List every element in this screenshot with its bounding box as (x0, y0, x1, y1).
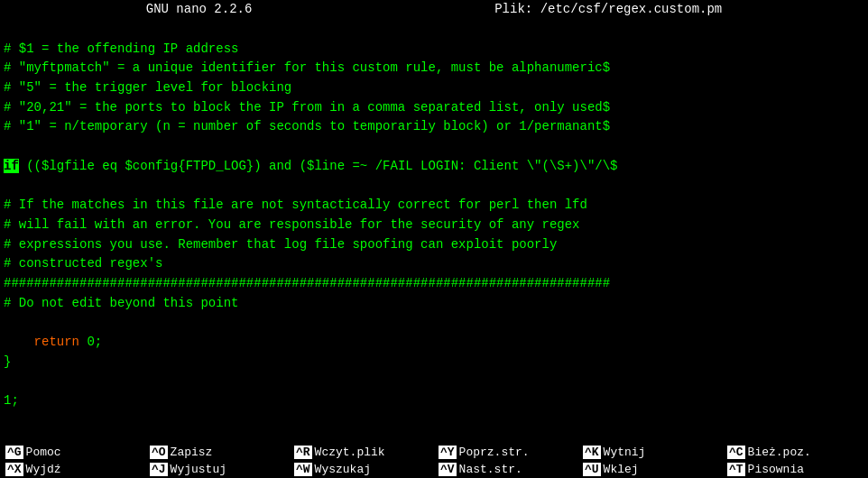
editor-line: # "1" = n/temporary (n = number of secon… (4, 117, 864, 137)
label-search: Wyszukaj (315, 463, 371, 476)
editor-area[interactable]: # $1 = the offending IP address # "myftp… (0, 18, 868, 413)
editor-line: # "myftpmatch" = a unique identifier for… (4, 59, 864, 78)
editor-line: # will fail with an error. You are respo… (4, 216, 864, 235)
label-save: Zapisz (171, 446, 213, 459)
editor-line: return 0; (4, 333, 864, 353)
footer-item-read[interactable]: ^R Wczyt.plik (291, 444, 435, 461)
return-keyword: return (34, 335, 79, 349)
key-paste: ^U (583, 463, 601, 476)
label-cut: Wytnij (604, 446, 646, 459)
label-paste: Wklej (604, 463, 639, 476)
footer-area: ^G Pomoc ^O Zapisz ^R Wczyt.plik ^Y Popr… (0, 444, 868, 478)
file-path: /etc/csf/regex.custom.pm (540, 2, 723, 16)
label-nextpage: Nast.str. (459, 463, 522, 476)
key-nextpage: ^V (439, 463, 457, 476)
label-help: Pomoc (26, 446, 61, 459)
key-curpos: ^C (727, 446, 745, 459)
app-name: GNU nano 2.2.6 (146, 2, 253, 16)
label-prevpage: Poprz.str. (459, 446, 530, 459)
key-search: ^W (294, 463, 312, 476)
footer-item-spell[interactable]: ^T Pisownia (724, 461, 866, 478)
footer-item-save[interactable]: ^O Zapisz (146, 444, 291, 461)
key-cut: ^K (583, 446, 601, 459)
footer-item-search[interactable]: ^W Wyszukaj (291, 461, 435, 478)
editor-line: # constructed regex's (4, 254, 864, 274)
footer-item-exit[interactable]: ^X Wyjdź (2, 461, 146, 478)
editor-line: # expressions you use. Remember that log… (4, 235, 864, 255)
footer-row-1: ^G Pomoc ^O Zapisz ^R Wczyt.plik ^Y Popr… (0, 444, 868, 461)
label-read: Wczyt.plik (315, 446, 385, 459)
footer-item-help[interactable]: ^G Pomoc (2, 444, 146, 461)
editor-line-if: if (($lgfile eq $config{FTPD_LOG}) and (… (4, 157, 864, 177)
file-label: Plik: (494, 2, 532, 16)
label-curpos: Bież.poz. (748, 446, 811, 459)
editor-line (4, 313, 864, 333)
editor-line: # $1 = the offending IP address (4, 40, 864, 60)
label-spell: Pisownia (748, 463, 804, 476)
footer-item-nextpage[interactable]: ^V Nast.str. (435, 461, 579, 478)
footer-item-prevpage[interactable]: ^Y Poprz.str. (435, 444, 579, 461)
footer-item-justify[interactable]: ^J Wyjustuj (146, 461, 291, 478)
if-keyword: if (4, 159, 19, 173)
editor-line (4, 137, 864, 157)
editor-line: # "20,21" = the ports to block the IP fr… (4, 98, 864, 118)
title-bar: GNU nano 2.2.6 Plik: /etc/csf/regex.cust… (0, 0, 868, 18)
label-justify: Wyjustuj (171, 463, 226, 476)
key-prevpage: ^Y (439, 446, 457, 459)
footer-row-2: ^X Wyjdź ^J Wyjustuj ^W Wyszukaj ^V Nast… (0, 461, 868, 478)
key-justify: ^J (150, 463, 168, 476)
key-exit: ^X (5, 463, 23, 476)
editor-line: # Do not edit beyond this point (4, 294, 864, 314)
key-save: ^O (150, 446, 168, 459)
label-exit: Wyjdź (26, 463, 61, 476)
footer-item-curpos[interactable]: ^C Bież.poz. (724, 444, 866, 461)
editor-line (4, 20, 864, 40)
editor-line: ########################################… (4, 274, 864, 294)
editor-line (4, 372, 864, 391)
editor-line: 1; (4, 391, 864, 411)
footer-item-cut[interactable]: ^K Wytnij (579, 444, 724, 461)
key-help: ^G (5, 446, 23, 459)
key-read: ^R (294, 446, 312, 459)
key-spell: ^T (727, 463, 745, 476)
footer-item-paste[interactable]: ^U Wklej (579, 461, 724, 478)
editor-line: # If the matches in this file are not sy… (4, 196, 864, 216)
editor-line: # "5" = the trigger level for blocking (4, 78, 864, 98)
editor-line: } (4, 353, 864, 372)
editor-line (4, 177, 864, 197)
